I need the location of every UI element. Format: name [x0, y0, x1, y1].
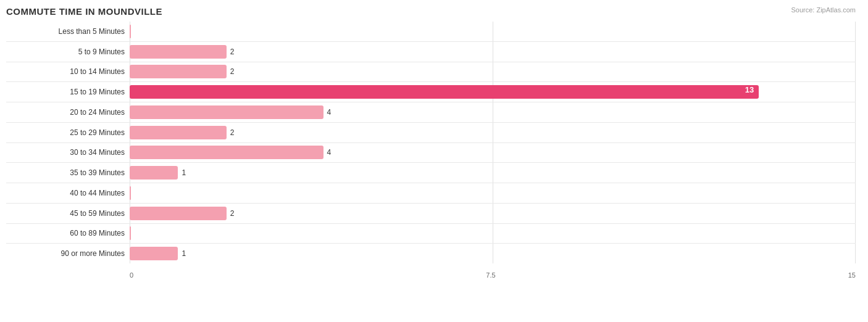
bar-row: 35 to 39 Minutes1 — [6, 163, 856, 183]
bar-label: 40 to 44 Minutes — [6, 189, 130, 197]
bar-fill — [130, 247, 178, 260]
bar-track: 2 — [130, 207, 856, 220]
bar-row: Less than 5 Minutes — [6, 22, 856, 42]
bar-row: 45 to 59 Minutes2 — [6, 204, 856, 224]
bar-track: 2 — [130, 45, 856, 59]
bar-fill: 13 — [130, 85, 759, 99]
bar-label: 60 to 89 Minutes — [6, 229, 130, 237]
x-label-max: 15 — [848, 271, 856, 279]
bar-label: 45 to 59 Minutes — [6, 209, 130, 218]
bar-row: 10 to 14 Minutes2 — [6, 62, 856, 83]
bar-fill — [130, 126, 227, 139]
bar-value: 4 — [327, 148, 332, 157]
bar-label: 10 to 14 Minutes — [6, 67, 130, 76]
bar-fill — [130, 105, 323, 119]
bar-row: 30 to 34 Minutes4 — [6, 143, 856, 163]
bar-fill — [130, 65, 227, 78]
bar-row: 40 to 44 Minutes — [6, 183, 856, 204]
bar-track: 4 — [130, 105, 856, 119]
bar-value-inside: 13 — [745, 85, 754, 94]
bar-label: 25 to 29 Minutes — [6, 128, 130, 137]
bar-label: Less than 5 Minutes — [6, 27, 130, 36]
bar-value: 2 — [230, 209, 235, 218]
bar-fill — [130, 146, 323, 159]
bar-label: 30 to 34 Minutes — [6, 148, 130, 157]
bar-fill — [130, 166, 178, 180]
bar-value: 2 — [230, 128, 235, 137]
bar-track — [130, 226, 856, 240]
bar-row: 5 to 9 Minutes2 — [6, 42, 856, 62]
bar-track: 1 — [130, 166, 856, 180]
source-text: Source: ZipAtlas.com — [791, 6, 856, 14]
bar-row: 15 to 19 Minutes13 — [6, 82, 856, 102]
bar-label: 90 or more Minutes — [6, 249, 130, 258]
bar-fill — [130, 226, 131, 240]
bar-track: 2 — [130, 65, 856, 78]
bar-label: 5 to 9 Minutes — [6, 47, 130, 56]
bar-track: 1 — [130, 247, 856, 260]
x-axis-labels: 0 7.5 15 — [130, 271, 856, 279]
bar-track: 4 — [130, 146, 856, 159]
x-label-mid: 7.5 — [486, 271, 495, 279]
bar-fill — [130, 25, 131, 38]
bar-track — [130, 25, 856, 38]
bar-row: 90 or more Minutes1 — [6, 244, 856, 263]
chart-title: COMMUTE TIME IN MOUNDVILLE — [6, 6, 856, 17]
bar-fill — [130, 207, 227, 220]
bars-wrapper: Less than 5 Minutes5 to 9 Minutes210 to … — [6, 22, 856, 263]
bar-value: 2 — [230, 67, 235, 76]
bar-track: 13 — [130, 85, 856, 99]
bar-label: 20 to 24 Minutes — [6, 108, 130, 117]
bar-row: 25 to 29 Minutes2 — [6, 123, 856, 143]
bar-row: 60 to 89 Minutes — [6, 224, 856, 244]
bar-track: 2 — [130, 126, 856, 139]
bar-track — [130, 186, 856, 200]
bar-value: 1 — [182, 168, 186, 177]
bar-row: 20 to 24 Minutes4 — [6, 102, 856, 123]
chart-area: Less than 5 Minutes5 to 9 Minutes210 to … — [6, 22, 856, 279]
chart-container: COMMUTE TIME IN MOUNDVILLE Source: ZipAt… — [0, 0, 868, 322]
bar-fill — [130, 45, 227, 59]
bar-label: 35 to 39 Minutes — [6, 168, 130, 177]
bar-value: 2 — [230, 47, 235, 56]
bar-value: 4 — [327, 108, 332, 117]
bar-label: 15 to 19 Minutes — [6, 88, 130, 96]
bar-fill — [130, 186, 131, 200]
x-label-0: 0 — [130, 271, 133, 279]
bar-value: 1 — [182, 249, 186, 258]
